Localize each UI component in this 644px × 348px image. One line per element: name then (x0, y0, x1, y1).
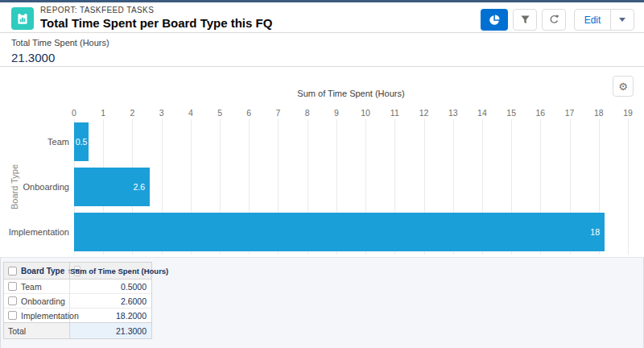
table-row[interactable]: Onboarding2.6000 (4, 294, 151, 309)
x-tick-label: 18 (594, 108, 604, 118)
x-tick-label: 12 (419, 108, 429, 118)
x-axis-ticks: 012345678910111213141516171819 (0, 108, 644, 118)
row-label-cell: Implementation (4, 309, 70, 322)
bar-value-label: 18 (590, 227, 600, 237)
row-label: Team (21, 282, 42, 292)
refresh-button[interactable] (542, 9, 566, 31)
x-tick-label: 9 (334, 108, 339, 118)
x-tick-label: 15 (506, 108, 516, 118)
summary-label: Total Time Spent (Hours) (11, 38, 633, 48)
table-total-row: Total 21.3000 (4, 322, 151, 338)
row-value-cell: 0.5000 (70, 280, 151, 293)
report-type-label: REPORT: TASKFEED TASKS (40, 6, 272, 14)
header-actions: Edit (481, 9, 634, 31)
x-tick-label: 10 (361, 108, 370, 118)
report-clipboard-icon (11, 7, 34, 30)
row-checkbox[interactable] (8, 311, 17, 320)
chart-axis-title: Sum of Time Spent (Hours) (74, 89, 628, 98)
gridline (628, 119, 629, 255)
total-label-cell: Total (4, 323, 70, 338)
summary-band: Total Time Spent (Hours) 21.3000 (0, 33, 644, 67)
y-axis-title: Board Type (10, 147, 19, 227)
bar-value-label: 2.6 (134, 182, 146, 192)
bar-team[interactable]: 0.5 (74, 122, 89, 161)
refresh-icon (549, 14, 559, 25)
x-tick-label: 1 (101, 108, 105, 118)
row-value-cell: 2.6000 (70, 294, 151, 308)
x-tick-label: 4 (188, 108, 193, 118)
filter-funnel-icon (520, 14, 530, 25)
report-header: REPORT: TASKFEED TASKS Total Time Spent … (0, 2, 644, 33)
select-all-checkbox[interactable] (8, 267, 17, 276)
x-tick-label: 13 (448, 108, 458, 118)
x-tick-label: 2 (130, 108, 134, 118)
row-label-cell: Onboarding (4, 294, 70, 308)
x-tick-label: 6 (246, 108, 251, 118)
header-text: REPORT: TASKFEED TASKS Total Time Spent … (40, 6, 272, 30)
board-type-header-cell[interactable]: Board Type ↑ (4, 263, 70, 279)
chart-toggle-button[interactable] (481, 9, 508, 31)
report-page: REPORT: TASKFEED TASKS Total Time Spent … (0, 0, 644, 348)
x-tick-label: 19 (623, 108, 633, 118)
bar-value-label: 0.5 (76, 137, 88, 147)
pie-chart-icon (489, 14, 500, 26)
x-tick-label: 11 (390, 108, 399, 118)
x-tick-label: 8 (305, 108, 310, 118)
row-checkbox[interactable] (8, 282, 17, 291)
bar-onboarding[interactable]: 2.6 (74, 168, 150, 206)
edit-dropdown-button[interactable] (610, 9, 634, 31)
x-tick-label: 7 (276, 108, 281, 118)
row-label-cell: Team (4, 280, 70, 293)
chart-panel: ⚙ Sum of Time Spent (Hours) 012345678910… (0, 67, 644, 258)
row-checkbox[interactable] (8, 296, 17, 305)
report-table: Board Type ↑ Sum of Time Spent (Hours) T… (3, 262, 152, 339)
x-tick-label: 14 (477, 108, 487, 118)
table-row[interactable]: Implementation18.2000 (4, 309, 151, 323)
filter-button[interactable] (513, 9, 537, 31)
page-title: Total Time Spent per Board Type this FQ (40, 16, 272, 30)
x-tick-label: 3 (159, 108, 164, 118)
x-tick-label: 16 (536, 108, 546, 118)
table-row[interactable]: Team0.5000 (4, 280, 151, 294)
bar-implementation[interactable]: 18 (74, 213, 605, 251)
chevron-down-icon (619, 18, 625, 22)
summary-value: 21.3000 (11, 51, 633, 64)
x-tick-label: 5 (217, 108, 222, 118)
edit-button[interactable]: Edit (574, 9, 611, 31)
sum-header-cell[interactable]: Sum of Time Spent (Hours) (70, 263, 173, 279)
column-header-label: Board Type (21, 267, 64, 276)
table-header-row: Board Type ↑ Sum of Time Spent (Hours) (4, 263, 151, 280)
row-label: Onboarding (21, 296, 65, 306)
row-value-cell: 18.2000 (70, 309, 151, 322)
bar-chart-plot-area: 0.52.618 (74, 119, 628, 255)
total-value-cell: 21.3000 (70, 323, 151, 338)
table-body: Team0.5000Onboarding2.6000Implementation… (4, 280, 151, 323)
x-tick-label: 17 (565, 108, 575, 118)
x-tick-label: 0 (72, 108, 76, 118)
